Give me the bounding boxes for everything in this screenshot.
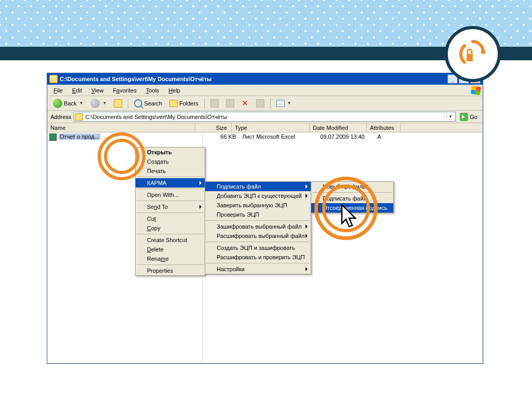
menu-file[interactable]: File <box>49 86 67 95</box>
chevron-down-icon: ▼ <box>287 101 291 105</box>
context-menu-main: Открыть Создать Печать КАРМА Open With..… <box>135 147 205 276</box>
submenu-arrow-icon <box>305 267 308 271</box>
menu-edit[interactable]: Edit <box>68 86 86 95</box>
forward-button[interactable]: ▼ <box>88 97 109 110</box>
ctx-karma[interactable]: КАРМА <box>136 178 205 188</box>
ctx-create[interactable]: Создать <box>136 157 205 166</box>
up-button[interactable] <box>111 98 125 109</box>
window-title: C:\Documents and Settings\vert\My Docume… <box>60 76 211 82</box>
copy-to-button[interactable] <box>223 98 237 109</box>
svg-point-0 <box>481 50 485 54</box>
folder-icon <box>49 75 58 83</box>
col-attr[interactable]: Attributes <box>367 123 401 132</box>
svg-rect-1 <box>467 54 473 61</box>
ctx-delete[interactable]: Delete <box>136 245 205 254</box>
back-label: Back <box>64 100 76 107</box>
separator <box>206 263 310 263</box>
address-label: Address <box>50 114 71 120</box>
separator <box>137 234 204 234</box>
delete-button[interactable]: ✕ <box>239 98 251 109</box>
folder-up-icon <box>114 99 122 108</box>
search-button[interactable]: Search <box>131 98 165 109</box>
col-date[interactable]: Date Modified <box>310 123 367 132</box>
brand-logo <box>445 26 501 82</box>
menu-tools[interactable]: Tools <box>142 86 164 95</box>
separator <box>270 98 271 109</box>
menu-favorites[interactable]: Favorites <box>109 86 140 95</box>
sign-detached[interactable]: Отсоединенная подпись <box>311 203 393 212</box>
col-size[interactable]: Size <box>195 123 232 132</box>
submenu-arrow-icon <box>305 184 308 189</box>
separator <box>206 220 310 221</box>
separator <box>137 264 204 265</box>
folders-label: Folders <box>179 100 198 107</box>
excel-file-icon <box>49 134 57 141</box>
karma-signenc[interactable]: Создать ЭЦП и зашифровать <box>205 243 311 252</box>
search-label: Search <box>144 100 162 107</box>
separator <box>204 98 205 109</box>
karma-addsig[interactable]: Добавить ЭЦП к существующей <box>205 191 311 201</box>
file-row[interactable]: Отчет о прод... <box>47 132 202 142</box>
karma-certify[interactable]: Заверить выбранную ЭЦП <box>205 201 311 210</box>
karma-settings[interactable]: Настройки <box>205 264 311 274</box>
file-date: 09.07.2009 13:40 <box>317 132 374 363</box>
ctx-shortcut[interactable]: Create Shortcut <box>136 235 205 245</box>
delete-icon: ✕ <box>242 100 249 107</box>
file-name: Отчет о прод... <box>59 134 100 140</box>
context-menu-sign: Новый профиль Подписать файл Отсоединенн… <box>311 181 394 213</box>
views-button[interactable]: ▼ <box>274 98 294 109</box>
submenu-arrow-icon <box>305 234 308 238</box>
submenu-arrow-icon <box>200 181 202 185</box>
col-type[interactable]: Type <box>232 123 310 132</box>
menu-view[interactable]: View <box>87 86 108 95</box>
go-button[interactable]: Go <box>458 112 480 122</box>
submenu-arrow-icon <box>200 205 202 209</box>
sign-file[interactable]: Подписать файл <box>311 194 393 203</box>
karma-sign[interactable]: Подписать файл <box>205 182 311 191</box>
col-name[interactable]: Name <box>47 123 195 132</box>
address-input[interactable]: C:\Documents and Settings\vert\My Docume… <box>73 112 456 122</box>
karma-decver[interactable]: Расшифровать и проверить ЭЦП <box>205 252 311 262</box>
karma-decrypt[interactable]: Расшифровать выбранный файл <box>205 231 311 241</box>
addressbar: Address C:\Documents and Settings\vert\M… <box>47 111 483 123</box>
moveto-icon <box>210 99 219 108</box>
undo-icon <box>256 99 264 108</box>
context-menu-karma: Подписать файл Добавить ЭЦП к существующ… <box>205 181 311 274</box>
titlebar[interactable]: C:\Documents and Settings\vert\My Docume… <box>47 73 483 85</box>
menubar: File Edit View Favorites Tools Help <box>47 85 483 96</box>
separator <box>137 189 204 189</box>
back-icon <box>53 99 62 108</box>
go-icon <box>460 113 468 121</box>
folders-button[interactable]: Folders <box>167 98 201 109</box>
windows-flag-icon <box>471 86 481 95</box>
ctx-rename[interactable]: Rename <box>136 254 205 263</box>
separator <box>137 212 204 213</box>
search-icon <box>134 99 142 108</box>
folders-icon <box>169 100 178 107</box>
ctx-copy[interactable]: Copy <box>136 223 205 233</box>
ctx-sendto[interactable]: Send To <box>136 202 205 211</box>
chevron-down-icon[interactable]: ▼ <box>446 114 454 119</box>
karma-encrypt[interactable]: Зашифровать выбранный файл <box>205 222 311 231</box>
ctx-open[interactable]: Открыть <box>136 148 205 157</box>
column-headers: Name Size Type Date Modified Attributes <box>47 123 483 132</box>
go-label: Go <box>470 114 477 120</box>
karma-verify[interactable]: Проверить ЭЦП <box>205 210 311 219</box>
move-to-button[interactable] <box>208 98 221 109</box>
undo-button[interactable] <box>254 98 267 109</box>
separator <box>137 201 204 201</box>
ctx-properties[interactable]: Properties <box>136 266 205 275</box>
back-button[interactable]: Back ▼ <box>50 97 86 110</box>
folder-icon <box>75 113 83 121</box>
separator <box>312 192 392 193</box>
menu-help[interactable]: Help <box>164 86 184 95</box>
forward-icon <box>90 99 100 108</box>
ctx-cut[interactable]: Cut <box>136 214 205 223</box>
address-path: C:\Documents and Settings\vert\My Docume… <box>85 114 446 120</box>
chevron-down-icon: ▼ <box>79 101 83 105</box>
ctx-print[interactable]: Печать <box>136 166 205 176</box>
separator <box>206 242 310 242</box>
views-icon <box>276 100 285 107</box>
ctx-openwith[interactable]: Open With... <box>136 190 205 200</box>
sign-new-profile[interactable]: Новый профиль <box>311 182 393 191</box>
